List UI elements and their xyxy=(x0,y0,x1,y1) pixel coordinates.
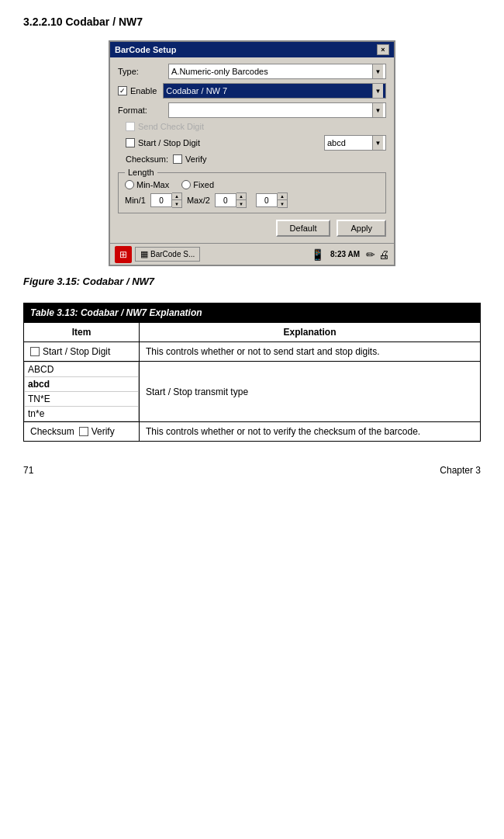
max-spinner: ▲ ▼ xyxy=(215,192,247,208)
max-spinner-arrows: ▲ ▼ xyxy=(236,192,247,208)
sub-cell-tne-lower: tn*e xyxy=(25,407,139,421)
field3-spinner: ▲ ▼ xyxy=(256,192,288,208)
max-up-arrow[interactable]: ▲ xyxy=(236,193,246,200)
page-footer: 71 Chapter 3 xyxy=(23,465,481,476)
col-item-header: Item xyxy=(24,323,140,342)
type-label: Type: xyxy=(118,67,168,76)
barcode-select-arrow[interactable]: ▼ xyxy=(372,84,383,98)
min-down-arrow[interactable]: ▼ xyxy=(172,200,181,207)
sub-explanation-cell: Start / Stop transmit type xyxy=(140,362,481,422)
type-select-value: A.Numeric-only Barcodes xyxy=(171,67,268,76)
min-up-arrow[interactable]: ▲ xyxy=(172,193,181,200)
dialog-body: Type: A.Numeric-only Barcodes ▼ Enable C… xyxy=(110,57,394,243)
start-button[interactable]: ⊞ xyxy=(115,246,132,263)
min-spinner: ▲ ▼ xyxy=(150,192,182,208)
max-input[interactable] xyxy=(215,193,236,207)
start-stop-item-cell: Start / Stop Digit xyxy=(24,342,140,362)
sub-cell-tne: TN*E xyxy=(25,392,139,407)
checksum-item-cell: Checksum Verify xyxy=(24,422,140,442)
table-row-start-stop: Start / Stop Digit This controls whether… xyxy=(24,342,481,362)
dialog-close-button[interactable]: × xyxy=(377,44,389,55)
sub-row-abcd: ABCD xyxy=(25,362,139,377)
checksum-table-label: Checksum xyxy=(30,426,74,437)
sub-cell-abcd: ABCD xyxy=(25,362,139,377)
fixed-radio[interactable] xyxy=(181,180,191,189)
section-heading: 3.2.2.10 Codabar / NW7 xyxy=(23,16,481,28)
type-row: Type: A.Numeric-only Barcodes ▼ xyxy=(118,64,386,79)
start-stop-row: Start / Stop Digit abcd ▼ xyxy=(126,135,386,151)
format-row: Format: ▼ xyxy=(118,102,386,118)
start-stop-select-arrow[interactable]: ▼ xyxy=(372,136,383,150)
verify-label: Verify xyxy=(185,154,207,164)
start-stop-checkbox[interactable] xyxy=(126,138,135,147)
barcode-select[interactable]: Codabar / NW 7 ▼ xyxy=(163,83,386,99)
min-max-radio-item: Min-Max xyxy=(125,180,169,189)
dialog-wrapper: BarCode Setup × Type: A.Numeric-only Bar… xyxy=(23,40,481,266)
format-select[interactable]: ▼ xyxy=(168,102,386,118)
checksum-verify-wrap: Verify xyxy=(79,426,115,437)
default-button[interactable]: Default xyxy=(276,220,331,237)
explanation-table: Table 3.13: Codabar / NW7 Explanation It… xyxy=(23,303,481,442)
chapter-label: Chapter 3 xyxy=(440,465,481,476)
radio-row: Min-Max Fixed xyxy=(125,180,379,189)
spinner-group: Min/1 ▲ ▼ Max/2 ▲ ▼ xyxy=(125,192,379,208)
barcode-setup-dialog: BarCode Setup × Type: A.Numeric-only Bar… xyxy=(109,40,395,266)
taskbar-barcode-label: BarCode S... xyxy=(150,250,195,258)
field3-input[interactable] xyxy=(256,193,278,207)
table-col-header-row: Item Explanation xyxy=(24,323,481,342)
table-title: Table 3.13: Codabar / NW7 Explanation xyxy=(24,303,481,323)
apply-button[interactable]: Apply xyxy=(337,220,386,237)
verify-checkbox[interactable] xyxy=(173,154,182,164)
field3-up-arrow[interactable]: ▲ xyxy=(278,193,287,200)
sub-row-tne: TN*E xyxy=(25,392,139,407)
send-check-digit-wrap: Send Check Digit xyxy=(126,122,204,131)
enable-label: Enable xyxy=(130,86,157,95)
fixed-label: Fixed xyxy=(193,180,214,189)
field3-down-arrow[interactable]: ▼ xyxy=(278,200,287,207)
sub-table-cell: ABCD abcd TN*E tn*e xyxy=(24,362,140,422)
enable-checkbox[interactable] xyxy=(118,86,127,95)
max-label: Max/2 xyxy=(187,196,210,205)
verify-wrap: Verify xyxy=(173,154,207,164)
send-check-digit-checkbox[interactable] xyxy=(126,122,135,131)
taskbar: ⊞ ▦ BarCode S... 📱 8:23 AM ✏ 🖨 xyxy=(110,243,394,265)
dialog-title: BarCode Setup xyxy=(115,45,176,54)
table-header-row: Table 3.13: Codabar / NW7 Explanation xyxy=(24,303,481,323)
table-row-sub: ABCD abcd TN*E tn*e Start / Stop transmi… xyxy=(24,362,481,422)
taskbar-printer-icon: 🖨 xyxy=(378,248,389,261)
dialog-buttons: Default Apply xyxy=(118,220,386,237)
format-label: Format: xyxy=(118,106,168,115)
start-stop-select-value: abcd xyxy=(327,138,346,147)
checksum-row: Checksum: Verify xyxy=(126,154,386,164)
enable-checkbox-wrap: Enable xyxy=(118,86,157,95)
taskbar-time: 8:23 AM xyxy=(330,250,360,258)
start-stop-label: Start / Stop Digit xyxy=(138,138,200,147)
send-check-digit-row: Send Check Digit xyxy=(126,122,386,131)
type-select-arrow[interactable]: ▼ xyxy=(372,64,383,78)
taskbar-pencil-icon: ✏ xyxy=(366,248,375,261)
dialog-titlebar: BarCode Setup × xyxy=(110,42,394,57)
max-down-arrow[interactable]: ▼ xyxy=(236,200,246,207)
sub-table: ABCD abcd TN*E tn*e xyxy=(24,362,139,421)
figure-caption: Figure 3.15: Codabar / NW7 xyxy=(23,276,481,287)
min-max-radio[interactable] xyxy=(125,180,134,189)
start-stop-wrap: Start / Stop Digit xyxy=(126,138,200,147)
sub-cell-abcd-lower: abcd xyxy=(25,377,139,392)
enable-row: Enable Codabar / NW 7 ▼ xyxy=(118,83,386,99)
barcode-select-value: Codabar / NW 7 xyxy=(166,86,227,95)
min-input[interactable] xyxy=(150,193,172,207)
table-row-checksum: Checksum Verify This controls whether or… xyxy=(24,422,481,442)
taskbar-barcode-item[interactable]: ▦ BarCode S... xyxy=(135,247,200,262)
start-stop-select[interactable]: abcd ▼ xyxy=(324,135,386,151)
send-check-digit-label: Send Check Digit xyxy=(138,122,204,131)
field3-spinner-arrows: ▲ ▼ xyxy=(278,192,288,208)
sub-row-abcd-lower: abcd xyxy=(25,377,139,392)
min-label: Min/1 xyxy=(125,196,146,205)
checksum-verify-checkbox[interactable] xyxy=(79,427,88,436)
start-stop-table-checkbox[interactable] xyxy=(30,347,40,356)
type-select[interactable]: A.Numeric-only Barcodes ▼ xyxy=(168,64,386,79)
sub-row-tne-lower: tn*e xyxy=(25,407,139,421)
format-select-arrow[interactable]: ▼ xyxy=(372,103,383,117)
min-max-label: Min-Max xyxy=(136,180,169,189)
length-legend: Length xyxy=(125,168,157,177)
